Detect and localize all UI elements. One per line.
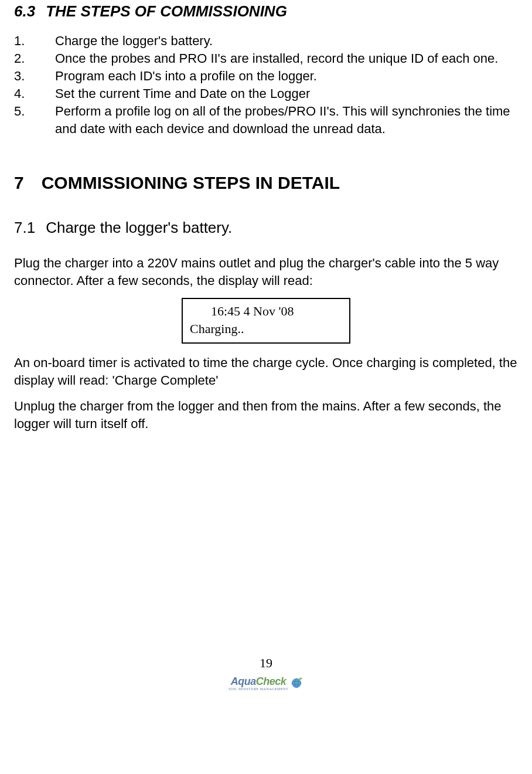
logo-text-aqua: Aqua (231, 675, 256, 687)
heading-6-3-number: 6.3 (14, 2, 35, 21)
steps-list: 1. Charge the logger's battery. 2. Once … (14, 32, 518, 138)
display-line-1: 16:45 4 Nov '08 (190, 303, 342, 320)
list-text: Set the current Time and Date on the Log… (55, 85, 518, 103)
paragraph: Plug the charger into a 220V mains outle… (14, 254, 518, 290)
list-number: 3. (14, 67, 55, 85)
globe-leaf-icon (289, 675, 303, 689)
list-number: 2. (14, 50, 55, 67)
list-text: Charge the logger's battery. (55, 32, 518, 50)
page-footer: 19 AquaCheck SOIL MOISTURE MANAGEMENT (14, 656, 518, 691)
list-text: Perform a profile log on all of the prob… (55, 103, 518, 138)
display-box: 16:45 4 Nov '08 Charging.. (182, 298, 350, 344)
list-number: 4. (14, 85, 55, 103)
page-number: 19 (14, 656, 518, 671)
list-item: 3. Program each ID's into a profile on t… (14, 67, 518, 85)
paragraph: An on-board timer is activated to time t… (14, 354, 518, 389)
heading-7-title: COMMISSIONING STEPS IN DETAIL (42, 173, 340, 192)
heading-7-1-number: 7.1 (14, 219, 35, 237)
list-item: 1. Charge the logger's battery. (14, 32, 518, 50)
heading-6-3: 6.3THE STEPS OF COMMISSIONING (14, 0, 518, 21)
page-content: 6.3THE STEPS OF COMMISSIONING 1. Charge … (0, 0, 532, 691)
list-item: 4. Set the current Time and Date on the … (14, 85, 518, 103)
logo-text-check: Check (256, 675, 287, 687)
heading-7-number: 7 (14, 173, 24, 193)
list-text: Once the probes and PRO II's are install… (55, 50, 518, 67)
heading-7: 7COMMISSIONING STEPS IN DETAIL (14, 173, 518, 193)
logo-subtitle: SOIL MOISTURE MANAGEMENT (229, 687, 288, 691)
aquacheck-logo: AquaCheck SOIL MOISTURE MANAGEMENT (14, 673, 518, 691)
list-item: 5. Perform a profile log on all of the p… (14, 103, 518, 138)
heading-6-3-title: THE STEPS OF COMMISSIONING (46, 2, 287, 20)
list-number: 1. (14, 32, 55, 50)
paragraph: Unplug the charger from the logger and t… (14, 398, 518, 433)
heading-7-1: 7.1Charge the logger's battery. (14, 219, 518, 237)
heading-7-1-title: Charge the logger's battery. (46, 219, 232, 236)
list-text: Program each ID's into a profile on the … (55, 67, 518, 85)
list-item: 2. Once the probes and PRO II's are inst… (14, 50, 518, 67)
list-number: 5. (14, 103, 55, 138)
display-line-2: Charging.. (190, 320, 342, 338)
